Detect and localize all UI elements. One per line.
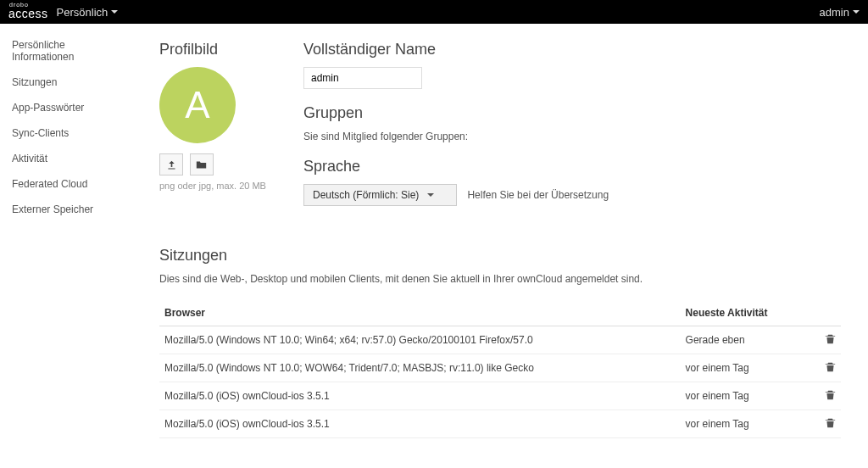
folder-icon bbox=[196, 159, 207, 170]
sidebar: Persönliche Informationen Sitzungen App-… bbox=[0, 24, 136, 468]
avatar: A bbox=[159, 67, 236, 143]
fullname-title: Vollständiger Name bbox=[303, 41, 841, 58]
col-activity: Neueste Aktivität bbox=[681, 300, 807, 326]
session-activity: vor einem Tag bbox=[681, 382, 807, 410]
col-browser: Browser bbox=[159, 300, 681, 326]
main-content: Profilbild A png oder jpg, max. 20 MB Vo… bbox=[136, 24, 865, 468]
session-activity: vor einem Tag bbox=[681, 410, 807, 438]
groups-text: Sie sind Mitglied folgender Gruppen: bbox=[303, 131, 841, 142]
trash-icon bbox=[825, 333, 836, 344]
session-browser: Mozilla/5.0 (Windows NT 10.0; Win64; x64… bbox=[159, 326, 681, 354]
sessions-title: Sitzungen bbox=[159, 247, 841, 265]
sidebar-item-activity[interactable]: Aktivität bbox=[0, 146, 136, 171]
session-activity: vor einem Tag bbox=[681, 354, 807, 382]
table-row: Mozilla/5.0 (iOS) ownCloud-ios 3.5.1vor … bbox=[159, 382, 841, 410]
table-row: Mozilla/5.0 (Windows NT 10.0; Win64; x64… bbox=[159, 326, 841, 354]
chevron-down-icon bbox=[853, 10, 860, 14]
choose-file-button[interactable] bbox=[190, 153, 214, 176]
session-activity: Gerade eben bbox=[681, 326, 807, 354]
delete-session-button[interactable] bbox=[825, 419, 836, 431]
brand-logo: drobo access bbox=[8, 3, 48, 20]
trash-icon bbox=[825, 417, 836, 428]
trash-icon bbox=[825, 389, 836, 400]
delete-session-button[interactable] bbox=[825, 335, 836, 347]
translation-help-link[interactable]: Helfen Sie bei der Übersetzung bbox=[467, 189, 609, 201]
trash-icon bbox=[825, 361, 836, 372]
upload-hint: png oder jpg, max. 20 MB bbox=[159, 181, 270, 191]
sessions-table: Browser Neueste Aktivität Mozilla/5.0 (W… bbox=[159, 300, 841, 438]
profile-picture-title: Profilbild bbox=[159, 41, 270, 58]
sidebar-item-sync-clients[interactable]: Sync-Clients bbox=[0, 120, 136, 146]
nav-personal[interactable]: Persönlich bbox=[57, 6, 119, 19]
chevron-down-icon bbox=[427, 193, 434, 197]
sidebar-item-external-storage[interactable]: Externer Speicher bbox=[0, 197, 136, 222]
fullname-input[interactable] bbox=[303, 67, 422, 89]
table-row: Mozilla/5.0 (iOS) ownCloud-ios 3.5.1vor … bbox=[159, 410, 841, 438]
session-browser: Mozilla/5.0 (iOS) ownCloud-ios 3.5.1 bbox=[159, 410, 681, 438]
session-browser: Mozilla/5.0 (Windows NT 10.0; WOW64; Tri… bbox=[159, 354, 681, 382]
sidebar-item-personal-info[interactable]: Persönliche Informationen bbox=[0, 32, 136, 70]
chevron-down-icon bbox=[111, 10, 118, 14]
delete-session-button[interactable] bbox=[825, 391, 836, 403]
upload-icon bbox=[166, 159, 177, 170]
session-browser: Mozilla/5.0 (iOS) ownCloud-ios 3.5.1 bbox=[159, 382, 681, 410]
sidebar-item-sessions[interactable]: Sitzungen bbox=[0, 70, 136, 95]
delete-session-button[interactable] bbox=[825, 363, 836, 375]
language-title: Sprache bbox=[303, 158, 841, 176]
groups-title: Gruppen bbox=[303, 104, 841, 122]
table-row: Mozilla/5.0 (Windows NT 10.0; WOW64; Tri… bbox=[159, 354, 841, 382]
sidebar-item-app-passwords[interactable]: App-Passwörter bbox=[0, 95, 136, 120]
user-menu[interactable]: admin bbox=[820, 6, 860, 19]
sidebar-item-federated-cloud[interactable]: Federated Cloud bbox=[0, 171, 136, 197]
topbar: drobo access Persönlich admin bbox=[0, 0, 868, 24]
sessions-desc: Dies sind die Web-, Desktop und mobilen … bbox=[159, 273, 841, 285]
upload-avatar-button[interactable] bbox=[159, 153, 183, 176]
language-select[interactable]: Deutsch (Förmlich: Sie) bbox=[303, 184, 457, 206]
